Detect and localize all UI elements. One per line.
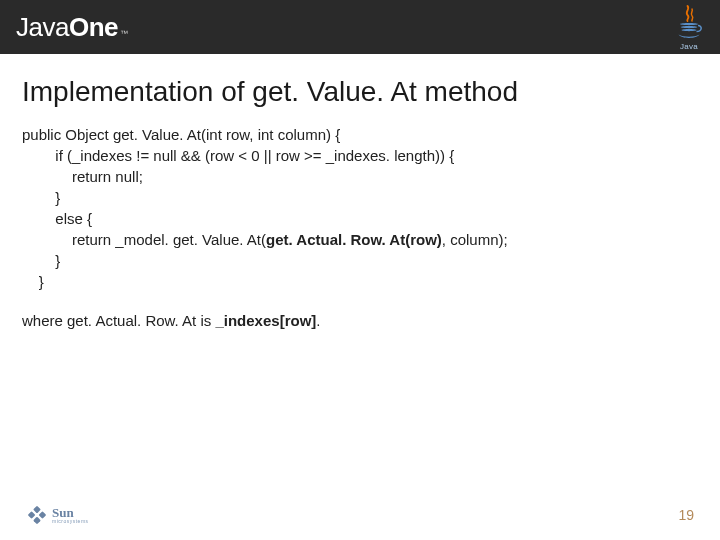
sun-text: Sun microsystems — [52, 506, 89, 524]
where-note: where get. Actual. Row. At is _indexes[r… — [22, 310, 698, 331]
sun-logo: Sun microsystems — [26, 504, 89, 526]
code-block: public Object get. Value. At(int row, in… — [22, 124, 698, 292]
javaone-logo: JavaOne™ — [16, 12, 128, 43]
logo-text-one: One — [69, 12, 118, 43]
where-bold: _indexes[row] — [215, 312, 316, 329]
where-prefix: where get. Actual. Row. At is — [22, 312, 215, 329]
svg-rect-2 — [28, 511, 36, 519]
svg-rect-1 — [39, 511, 47, 519]
footer: Sun microsystems 19 — [0, 490, 720, 540]
logo-text-java: Java — [16, 12, 69, 43]
svg-rect-3 — [33, 517, 41, 525]
sun-icon — [26, 504, 48, 526]
slide-title: Implementation of get. Value. At method — [22, 76, 698, 108]
java-cup-icon — [674, 4, 704, 44]
java-logo: Java — [674, 4, 704, 51]
sun-sub-label: microsystems — [52, 519, 89, 524]
where-suffix: . — [316, 312, 320, 329]
page-number: 19 — [678, 507, 694, 523]
svg-rect-0 — [33, 506, 41, 514]
slide-content: Implementation of get. Value. At method … — [0, 54, 720, 490]
logo-trademark: ™ — [120, 29, 128, 38]
java-logo-label: Java — [680, 42, 698, 51]
header-bar: JavaOne™ Java — [0, 0, 720, 54]
